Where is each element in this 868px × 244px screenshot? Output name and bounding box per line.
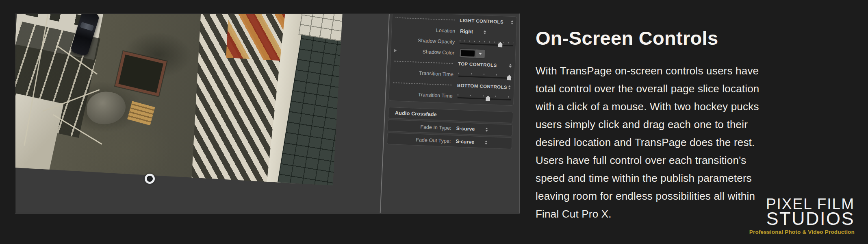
photo-boulder: [86, 91, 126, 125]
description-paragraph: With TransPage on-screen controls users …: [536, 62, 777, 223]
color-swatch[interactable]: [460, 50, 475, 57]
color-dropdown-button[interactable]: [476, 49, 485, 58]
dashed-separator: [394, 61, 453, 64]
light-controls-group: LIGHT CONTROLS Location Right Shadow Opa…: [388, 13, 517, 106]
popup-value[interactable]: S-curve: [456, 138, 474, 145]
stepper-icon[interactable]: [511, 20, 513, 24]
location-popup[interactable]: Right: [460, 28, 486, 35]
dashed-separator: [395, 17, 455, 20]
slider-ticks: [458, 94, 511, 97]
logo-line-2: STUDIOS: [749, 211, 855, 227]
stepper-icon[interactable]: [508, 85, 511, 89]
param-label: Location: [395, 26, 455, 34]
popup-value[interactable]: S-curve: [456, 125, 475, 132]
param-label: Fade Out Type:: [391, 136, 451, 144]
stepper-icon[interactable]: [485, 140, 487, 144]
top-transition-slider[interactable]: [458, 72, 512, 78]
group-header-label: LIGHT CONTROLS: [460, 18, 511, 25]
param-label: Shadow Opacity: [395, 37, 455, 45]
group-header-label: TOP CONTROLS: [458, 61, 509, 68]
group-header-label: BOTTOM CONTROLS: [457, 83, 508, 90]
param-label: Fade In Type:: [391, 123, 451, 131]
param-label: Transition Time: [393, 91, 453, 99]
fade-in-popup[interactable]: S-curve: [456, 125, 488, 132]
slider-track[interactable]: [458, 97, 511, 100]
slider-ticks: [458, 72, 512, 76]
slider-ticks: [460, 40, 513, 43]
bottom-transition-slider[interactable]: [458, 94, 511, 100]
shadow-opacity-slider[interactable]: [460, 40, 513, 46]
aerial-video-frame: [15, 13, 343, 185]
stepper-icon[interactable]: [485, 127, 488, 131]
fade-out-popup[interactable]: S-curve: [456, 138, 487, 145]
triangle-down-icon: [479, 53, 482, 55]
fcpx-screenshot-panel: LIGHT CONTROLS Location Right Shadow Opa…: [15, 13, 520, 214]
slider-track[interactable]: [458, 75, 512, 78]
hockey-puck-control[interactable]: [145, 174, 155, 184]
color-well[interactable]: [459, 48, 486, 59]
disclosure-triangle-icon[interactable]: [394, 49, 397, 52]
param-label: Transition Time: [393, 69, 454, 77]
param-label: Shadow Color: [401, 48, 454, 56]
dashed-separator: [393, 82, 452, 85]
slider-track[interactable]: [460, 43, 513, 46]
stepper-icon[interactable]: [509, 64, 512, 68]
pixel-film-studios-logo: PIXEL FILM STUDIOS Professional Photo & …: [749, 197, 855, 235]
photo-courtyard-opening: [115, 51, 167, 96]
section-title: Audio Crossfade: [388, 110, 437, 118]
page-title: On-Screen Controls: [536, 27, 718, 49]
logo-tagline: Professional Photo & Video Production: [749, 229, 855, 235]
photo-crates: [127, 101, 155, 126]
stepper-icon[interactable]: [484, 30, 486, 34]
inspector-panel: LIGHT CONTROLS Location Right Shadow Opa…: [386, 13, 518, 150]
popup-value[interactable]: Right: [460, 28, 473, 34]
